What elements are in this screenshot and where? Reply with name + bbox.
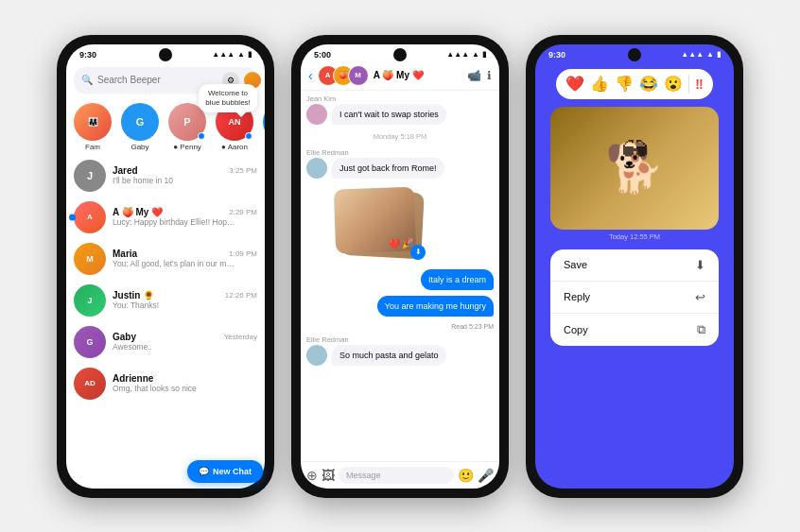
- chat-preview-jared: I'll be home in 10: [113, 176, 235, 185]
- phone1-screen: 9:30 ▲▲▲ ▲ ▮ 🔍 ⚙ Welcome to blue bubbles…: [66, 44, 265, 489]
- chat-time-a: 2:29 PM: [229, 208, 257, 216]
- story-avatar-gaby: G: [121, 103, 159, 141]
- messages-area: Jean Kim I can't wait to swap stories Mo…: [301, 91, 499, 461]
- chat-item-gaby[interactable]: G Gaby Yesterday Awesome..: [66, 321, 265, 363]
- chat-preview-maria: You: All good, let's plan in our meeting…: [113, 259, 235, 268]
- photo-reactions: ❤️🎉: [389, 237, 413, 249]
- msg-ellie-1: Ellie Redman Just got back from Rome!: [306, 148, 494, 179]
- phone2-screen: 5:00 ▲▲▲ ▲ ▮ ‹ A 🍑 M A 🍑 My ❤️ 📹 ℹ: [301, 44, 499, 489]
- sticker-icon[interactable]: 🖼: [322, 468, 335, 483]
- photo-timestamp: Today 12:55 PM: [535, 232, 734, 241]
- photo-stack[interactable]: ❤️🎉 ⬇: [333, 186, 427, 262]
- dog-sunglasses: 🕶: [621, 135, 648, 166]
- status-icons-1: ▲▲▲ ▲ ▮: [212, 50, 252, 59]
- chat-content-maria: Maria 1:09 PM You: All good, let's plan …: [113, 249, 257, 268]
- msg-avatar-ellie-2: [306, 345, 327, 366]
- chat-avatar-jared: J: [74, 160, 106, 192]
- reply-icon: ↩: [695, 290, 705, 304]
- info-icon[interactable]: ℹ: [487, 69, 492, 82]
- phone3-screen: 9:30 ▲▲▲ ▲ ▮ ❤️ 👍 👎 😂 😮 ‼ 🐕 🕶 Today 12:5…: [535, 44, 734, 489]
- menu-item-reply[interactable]: Reply ↩: [550, 282, 719, 314]
- bubble-sent-2: You are making me hungry: [377, 296, 494, 317]
- story-tori[interactable]: TS Tori: [263, 103, 265, 151]
- chat-avatar-a: A: [74, 201, 106, 233]
- menu-label-reply: Reply: [564, 291, 590, 302]
- header-actions: 📹 ℹ: [467, 69, 492, 82]
- status-time-3: 9:30: [548, 50, 565, 60]
- status-time-1: 9:30: [79, 50, 96, 60]
- chat-time-gaby: Yesterday: [224, 333, 257, 341]
- chat-preview-gaby: Awesome..: [113, 342, 235, 352]
- download-badge[interactable]: ⬇: [410, 245, 426, 260]
- back-button[interactable]: ‹: [308, 68, 313, 83]
- reaction-thumbsdown[interactable]: 👎: [615, 75, 634, 93]
- msg-row-sent-2: You are making me hungry: [306, 296, 494, 317]
- reaction-heart[interactable]: ❤️: [565, 75, 584, 93]
- chat-content-adrienne: Adrienne Omg, that looks so nice: [113, 373, 257, 393]
- search-icon: 🔍: [81, 75, 93, 85]
- chat-input-bar: ⊕ 🖼 Message 🙂 🎤: [301, 461, 499, 489]
- chat-preview-justin: You: Thanks!: [113, 300, 235, 310]
- phone-notch-2: [393, 48, 407, 61]
- chat-content-a: A 🍑 My ❤️ 2:29 PM Lucy: Happy birthday E…: [113, 207, 257, 227]
- sender-ellie: Ellie Redman: [306, 148, 494, 157]
- search-input[interactable]: [97, 75, 217, 85]
- story-label-gaby: Gaby: [130, 143, 148, 151]
- chat-header-jared: Jared 3:25 PM: [113, 165, 257, 176]
- chat-preview-a: Lucy: Happy birthday Ellie!! Hope you've…: [113, 217, 235, 227]
- story-label-penny: ● Penny: [173, 143, 201, 151]
- chat-content-justin: Justin 🌻 12:26 PM You: Thanks!: [113, 290, 257, 310]
- chat-avatar-maria: M: [74, 243, 106, 275]
- bubble-ellie-2: So much pasta and gelato: [332, 345, 446, 366]
- online-dot-penny: [198, 132, 205, 140]
- msg-avatar-ellie: [306, 158, 327, 179]
- chat-name-maria: Maria: [113, 249, 137, 259]
- reaction-thumbsup[interactable]: 👍: [590, 75, 609, 93]
- emoji-icon[interactable]: 🙂: [458, 468, 474, 483]
- msg-avatar-jean: [306, 104, 327, 125]
- phone-2: 5:00 ▲▲▲ ▲ ▮ ‹ A 🍑 M A 🍑 My ❤️ 📹 ℹ: [291, 35, 509, 498]
- reaction-double-exclaim[interactable]: ‼: [695, 77, 703, 92]
- chat-item-justin[interactable]: J Justin 🌻 12:26 PM You: Thanks!: [66, 280, 265, 321]
- group-av-3: M: [348, 65, 369, 86]
- battery-icon-1: ▮: [248, 50, 252, 59]
- message-input[interactable]: Message: [339, 467, 454, 484]
- phone-1: 9:30 ▲▲▲ ▲ ▮ 🔍 ⚙ Welcome to blue bubbles…: [57, 35, 274, 498]
- story-gaby[interactable]: G Gaby: [121, 103, 159, 151]
- chat-item-a[interactable]: A A 🍑 My ❤️ 2:29 PM Lucy: Happy birthday…: [66, 197, 265, 238]
- chat-item-jared[interactable]: J Jared 3:25 PM I'll be home in 10: [66, 155, 265, 197]
- new-chat-button[interactable]: 💬 New Chat: [187, 460, 263, 483]
- chat-name-jared: Jared: [113, 165, 138, 176]
- reaction-wow[interactable]: 😮: [664, 75, 683, 93]
- signal-icon-3: ▲▲▲: [681, 50, 704, 59]
- chat-name-gaby: Gaby: [113, 332, 136, 342]
- menu-item-copy[interactable]: Copy ⧉: [550, 314, 719, 346]
- phone-3: 9:30 ▲▲▲ ▲ ▮ ❤️ 👍 👎 😂 😮 ‼ 🐕 🕶 Today 12:5…: [526, 35, 743, 498]
- reaction-laugh[interactable]: 😂: [639, 75, 658, 93]
- battery-icon-3: ▮: [717, 50, 721, 59]
- add-icon[interactable]: ⊕: [306, 468, 318, 483]
- msg-row-ellie-1: Just got back from Rome!: [306, 158, 494, 179]
- chat-header-gaby: Gaby Yesterday: [113, 332, 257, 342]
- signal-icon-1: ▲▲▲: [212, 50, 235, 59]
- video-icon[interactable]: 📹: [467, 69, 481, 82]
- chat-header-a: A 🍑 My ❤️ 2:29 PM: [113, 207, 257, 217]
- chat-name-justin: Justin 🌻: [113, 290, 154, 300]
- story-avatar-fam: 👨‍👩‍👧: [74, 103, 112, 141]
- phone-notch-1: [159, 48, 172, 61]
- day-divider: Monday 5:18 PM: [306, 132, 494, 141]
- chat-name-a: A 🍑 My ❤️: [113, 207, 163, 217]
- menu-item-save[interactable]: Save ⬇: [550, 249, 719, 282]
- menu-label-save: Save: [564, 259, 587, 270]
- battery-icon-2: ▮: [482, 50, 486, 59]
- context-menu: Save ⬇ Reply ↩ Copy ⧉: [550, 249, 719, 346]
- story-fam[interactable]: 👨‍👩‍👧 Fam: [74, 103, 112, 151]
- chat-avatar-gaby: G: [74, 326, 106, 358]
- chat-time-justin: 12:26 PM: [225, 291, 257, 300]
- msg-ellie-2: Ellie Redman So much pasta and gelato: [306, 335, 494, 366]
- mic-icon[interactable]: 🎤: [478, 468, 494, 483]
- chat-item-maria[interactable]: M Maria 1:09 PM You: All good, let's pla…: [66, 238, 265, 280]
- story-label-fam: Fam: [85, 143, 100, 151]
- sender-jean: Jean Kim: [306, 94, 494, 103]
- chat-item-adrienne[interactable]: AD Adrienne Omg, that looks so nice: [66, 363, 265, 404]
